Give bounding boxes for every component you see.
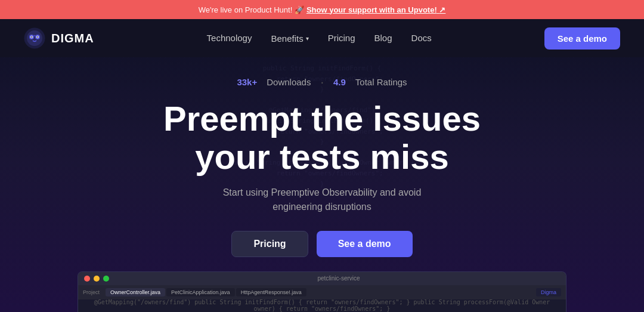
nav-item-benefits[interactable]: Benefits ▾: [271, 33, 308, 44]
pricing-button[interactable]: Pricing: [231, 231, 308, 257]
announcement-text: We're live on Product Hunt! 🚀: [199, 5, 304, 14]
chevron-down-icon: ▾: [306, 35, 309, 42]
svg-point-1: [27, 30, 42, 46]
nav-item-docs[interactable]: Docs: [411, 33, 432, 44]
project-label: Project: [83, 289, 100, 295]
nav-demo-button[interactable]: See a demo: [544, 27, 620, 50]
logo-text: DIGMA: [51, 32, 94, 45]
hero-title-line1: Preempt the issues: [163, 99, 481, 138]
stats-row: 33k+ Downloads · 4.9 Total Ratings: [237, 75, 407, 89]
logo-area[interactable]: DIGMA: [24, 27, 94, 49]
nav-item-technology[interactable]: Technology: [207, 33, 252, 44]
hero-title: Preempt the issues your tests miss: [163, 100, 481, 176]
navbar: DIGMA Technology Benefits ▾ Pricing Blog…: [0, 19, 644, 57]
ide-code-preview: @GetMapping("/owners/find") public Strin…: [85, 299, 559, 312]
announcement-link[interactable]: Show your support with an Upvote! ↗: [306, 5, 445, 14]
ide-tab-owner[interactable]: OwnerController.java: [106, 288, 165, 296]
ide-title: petclinic-service: [117, 275, 560, 282]
ide-tabs: Project OwnerController.java PetClinicAp…: [78, 285, 566, 299]
ide-preview: petclinic-service Project OwnerControlle…: [78, 271, 566, 312]
nav-item-blog[interactable]: Blog: [374, 33, 392, 44]
ide-tab-petclinic[interactable]: PetClinicApplication.java: [166, 288, 235, 296]
stat1-label: Downloads: [267, 77, 311, 87]
announcement-bar: We're live on Product Hunt! 🚀 Show your …: [0, 0, 644, 19]
nav-item-pricing[interactable]: Pricing: [328, 33, 355, 44]
logo-icon: [24, 27, 45, 49]
ide-content: @GetMapping("/owners/find") public Strin…: [78, 299, 566, 312]
external-link-icon: ↗: [439, 5, 445, 14]
cta-row: Pricing See a demo: [231, 231, 412, 257]
hero-subtitle: Start using Preemptive Observability and…: [203, 186, 441, 214]
stat2-highlight: 4.9: [333, 77, 346, 87]
ide-titlebar: petclinic-service: [78, 272, 566, 285]
ide-minimize-dot: [94, 276, 100, 282]
nav-links: Technology Benefits ▾ Pricing Blog Docs: [207, 33, 432, 44]
dot-separator: ·: [320, 75, 324, 89]
ide-digma-badge: Digma: [536, 288, 561, 296]
ide-close-dot: [84, 276, 90, 282]
ide-maximize-dot: [103, 276, 109, 282]
ide-tab-httpagent[interactable]: HttpAgentResponse!.java: [236, 288, 306, 296]
hero-title-line2: your tests miss: [195, 137, 449, 176]
svg-point-7: [37, 36, 38, 38]
svg-point-6: [31, 36, 32, 38]
hero-demo-button[interactable]: See a demo: [317, 231, 413, 257]
stat2-label: Total Ratings: [355, 77, 407, 87]
stat1-highlight: 33k+: [237, 77, 257, 87]
hero-section: public String initFindForm() { return "o…: [0, 57, 644, 312]
